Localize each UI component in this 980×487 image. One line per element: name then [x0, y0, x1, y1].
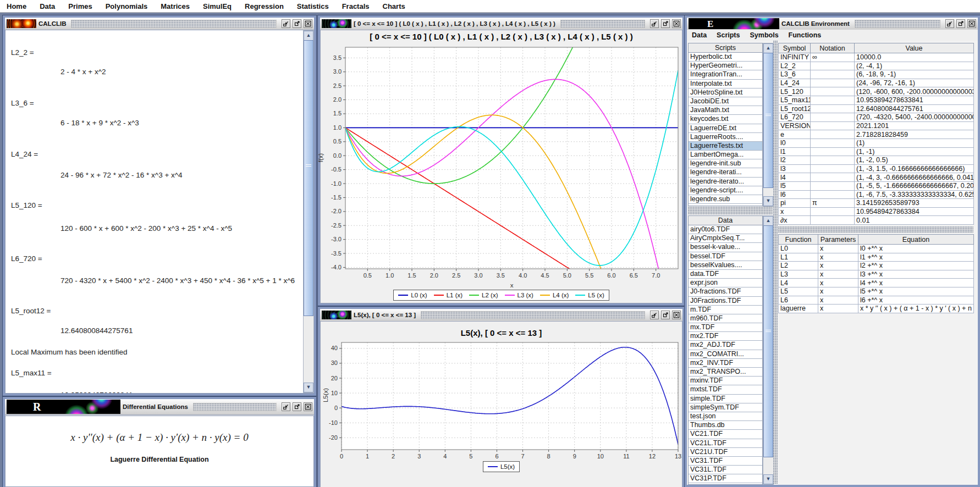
- env-menu-functions[interactable]: Functions: [784, 31, 827, 39]
- maximize-button[interactable]: [293, 402, 301, 411]
- close-icon[interactable]: [672, 311, 681, 319]
- symbol-row[interactable]: L4_24(24, -96, 72, -16, 1): [779, 79, 974, 87]
- data-file-item[interactable]: expr.json: [689, 279, 762, 287]
- data-file-item[interactable]: VC31.TDF: [689, 457, 762, 466]
- function-row[interactable]: L5xl5 +*^ x: [779, 287, 974, 296]
- scroll-thumb[interactable]: [763, 53, 773, 188]
- symbol-row[interactable]: e2.718281828459: [779, 130, 974, 139]
- data-file-item[interactable]: mx2_COMATRI...: [689, 350, 762, 359]
- data-file-item[interactable]: VC31L.TDF: [689, 466, 762, 474]
- data-file-item[interactable]: mx2.TDF: [689, 332, 762, 341]
- close-icon[interactable]: [967, 19, 976, 28]
- symbol-row[interactable]: L5_max1110.953894278633841: [779, 96, 974, 104]
- minimize-button[interactable]: [282, 402, 290, 411]
- data-file-item[interactable]: mx2_INV.TDF: [689, 359, 762, 368]
- symbol-row[interactable]: L2_2(2, -4, 1): [779, 62, 974, 70]
- menu-item-charts[interactable]: Charts: [376, 2, 412, 10]
- symbol-row[interactable]: L5_120(120, -600, 600, -200.000000000000…: [779, 87, 974, 96]
- function-row[interactable]: L1xl1 +*^ x: [779, 253, 974, 262]
- script-item[interactable]: legendre-script....: [689, 186, 762, 195]
- scroll-down-icon[interactable]: ▼: [304, 383, 313, 392]
- chart2-titlebar[interactable]: L5(x), [ 0 <= x <= 13 ]: [320, 309, 682, 322]
- symbol-row[interactable]: l3(1, -3, 1.5, -0.16666666666666666): [779, 164, 974, 173]
- script-item[interactable]: legendre-iterato...: [689, 178, 762, 186]
- menu-item-home[interactable]: Home: [0, 2, 33, 10]
- data-file-item[interactable]: data.TDF: [689, 270, 762, 279]
- scroll-down-icon[interactable]: ▼: [763, 196, 773, 206]
- script-item[interactable]: legendre.sub: [689, 195, 762, 204]
- scroll-thumb[interactable]: [304, 40, 313, 316]
- symbol-row[interactable]: l6(1, -6, 7.5, -3.333333333333334, 0.625…: [779, 190, 974, 199]
- data-file-item[interactable]: simple.TDF: [689, 395, 762, 403]
- symbol-row[interactable]: x10.95489427863384: [779, 207, 974, 216]
- data-file-item[interactable]: simpleSym.TDF: [689, 403, 762, 412]
- scroll-down-icon[interactable]: ▼: [763, 474, 773, 484]
- scroll-up-icon[interactable]: ▲: [763, 43, 773, 53]
- function-row[interactable]: L6xl6 +*^ x: [779, 296, 974, 305]
- script-item[interactable]: JavaMath.txt: [689, 106, 762, 115]
- symbol-row[interactable]: VERSION2021.1201: [779, 121, 974, 130]
- minimize-button[interactable]: [945, 19, 954, 28]
- minimize-button[interactable]: [650, 19, 659, 28]
- script-item[interactable]: JacobiDE.txt: [689, 97, 762, 106]
- function-row[interactable]: L4xl4 +*^ x: [779, 279, 974, 287]
- menu-item-statistics[interactable]: Statistics: [290, 2, 335, 10]
- maximize-button[interactable]: [956, 19, 965, 28]
- minimize-button[interactable]: [282, 19, 290, 28]
- chart1-titlebar[interactable]: [ 0 <= x <= 10 ] ( L0 ( x ) , L1 ( x ) ,…: [320, 18, 682, 30]
- maximize-button[interactable]: [661, 311, 670, 319]
- script-item[interactable]: IntegrationTran...: [689, 70, 762, 79]
- env-titlebar[interactable]: E CALCLIB Environment: [687, 18, 978, 30]
- script-item[interactable]: keycodes.txt: [689, 115, 762, 124]
- close-icon[interactable]: [304, 19, 312, 28]
- scroll-up-icon[interactable]: ▲: [763, 216, 773, 226]
- scripts-scrollbar[interactable]: ▲ ▼: [763, 43, 774, 207]
- split-divider[interactable]: [778, 226, 973, 233]
- maximize-button[interactable]: [293, 19, 301, 28]
- data-file-item[interactable]: besselKvalues....: [689, 261, 762, 270]
- diffeq-titlebar[interactable]: R Differential Equations: [5, 399, 314, 415]
- script-item[interactable]: LaguerreRoots....: [689, 133, 762, 142]
- symbol-row[interactable]: l1(1, -1): [779, 147, 974, 156]
- data-file-item[interactable]: bessel.TDF: [689, 252, 762, 261]
- data-file-item[interactable]: mxinv.TDF: [689, 377, 762, 385]
- script-item[interactable]: legendre-iterati...: [689, 168, 762, 177]
- calclib-titlebar[interactable]: CALCLIB: [5, 18, 314, 30]
- data-file-item[interactable]: J0Fractions.TDF: [689, 297, 762, 306]
- env-menu-scripts[interactable]: Scripts: [712, 31, 745, 39]
- data-file-item[interactable]: mx2_ADJ.TDF: [689, 341, 762, 350]
- calclib-vertical-scrollbar[interactable]: ▲ ▼: [303, 30, 314, 393]
- data-file-item[interactable]: VC31P.TDF: [689, 474, 762, 483]
- maximize-button[interactable]: [661, 19, 670, 28]
- function-row[interactable]: laguerrexx * y ′′ ( x ) + ( α + 1 - x ) …: [779, 305, 974, 313]
- env-menu-symbols[interactable]: Symbols: [745, 31, 783, 39]
- menu-item-data[interactable]: Data: [33, 2, 62, 10]
- symbol-row[interactable]: L5_root1212.640800844275761: [779, 104, 974, 113]
- menu-item-matrices[interactable]: Matrices: [154, 2, 196, 10]
- symbol-row[interactable]: piπ3.141592653589793: [779, 199, 974, 208]
- menu-item-primes[interactable]: Primes: [62, 2, 98, 10]
- calclib-output-area[interactable]: L2_2 =2 - 4 * x + x^2L3_6 =6 - 18 * x + …: [5, 30, 314, 394]
- symbol-row[interactable]: l2(1, -2, 0.5): [779, 156, 974, 165]
- script-item[interactable]: J0HetroSpline.txt: [689, 88, 762, 97]
- script-item[interactable]: LaguerreTests.txt: [689, 142, 762, 151]
- menu-item-simuleq[interactable]: SimulEq: [196, 2, 238, 10]
- data-file-item[interactable]: VC21.TDF: [689, 430, 762, 439]
- script-item[interactable]: Hyperbolic.txt: [689, 53, 762, 62]
- split-divider[interactable]: [688, 207, 773, 214]
- env-menu-data[interactable]: Data: [687, 31, 712, 39]
- script-item[interactable]: LambertOmega...: [689, 151, 762, 159]
- symbol-row[interactable]: ∂x0.01: [779, 216, 974, 225]
- data-file-item[interactable]: airy0to6.TDF: [689, 225, 762, 234]
- function-row[interactable]: L3xl3 +*^ x: [779, 270, 974, 279]
- data-file-item[interactable]: AiryCmplxSeq.T...: [689, 234, 762, 243]
- data-file-item[interactable]: VC21U.TDF: [689, 448, 762, 457]
- chart2-area[interactable]: L5(x), [ 0 <= x <= 13 ] L5(x) -20-100102…: [320, 321, 682, 487]
- data-file-item[interactable]: mx2_TRANSPO...: [689, 368, 762, 377]
- close-icon[interactable]: [304, 402, 312, 411]
- function-row[interactable]: L2xl2 +*^ x: [779, 262, 974, 270]
- symbol-row[interactable]: L6_720(720, -4320, 5400, -2400.000000000…: [779, 113, 974, 122]
- function-row[interactable]: L0xl0 +*^ x: [779, 245, 974, 253]
- data-file-item[interactable]: m960.TDF: [689, 314, 762, 323]
- menu-item-fractals[interactable]: Fractals: [335, 2, 376, 10]
